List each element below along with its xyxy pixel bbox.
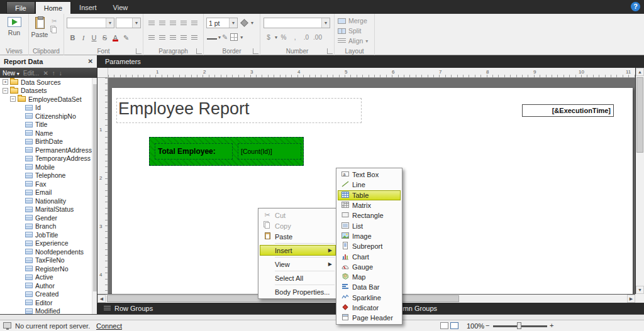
menu-item-insert[interactable]: Insert ▶ xyxy=(260,245,336,256)
submenu-item-page-header[interactable]: Page Header xyxy=(338,313,401,323)
tree-field-experience[interactable]: Experience xyxy=(0,239,92,248)
align-middle-icon[interactable] xyxy=(157,33,167,41)
highlight-color-button[interactable]: ✎ xyxy=(121,33,131,43)
tree-field-telephone[interactable]: Telephone xyxy=(0,171,92,180)
align-button[interactable]: Align ▾ xyxy=(335,36,374,46)
chevron-down-icon[interactable]: ▾ xyxy=(251,20,253,26)
font-dialog-launcher-icon[interactable] xyxy=(136,48,142,54)
tree-field-maritalstatus[interactable]: MaritalStatus xyxy=(0,205,92,214)
tree-field-taxfileno[interactable]: TaxFileNo xyxy=(0,256,92,265)
percent-button[interactable]: % xyxy=(279,32,289,42)
column-groups-header[interactable]: Column Groups xyxy=(372,303,644,314)
font-color-button[interactable]: A xyxy=(111,33,120,43)
zoom-out-icon[interactable]: − xyxy=(486,322,489,329)
tab-insert[interactable]: Insert xyxy=(71,1,105,14)
menu-item-cut[interactable]: ✂ Cut xyxy=(260,210,336,220)
cut-icon[interactable]: ✂ xyxy=(52,18,57,24)
menu-item-select-all[interactable]: Select All xyxy=(260,273,336,283)
collapse-icon[interactable]: − xyxy=(10,96,16,102)
font-size-combo[interactable]: ▾ xyxy=(116,18,141,28)
submenu-item-indicator[interactable]: Indicator xyxy=(338,303,401,313)
increase-indent-icon[interactable] xyxy=(189,33,199,41)
tree-node-datasets[interactable]: − Datasets xyxy=(0,87,92,95)
border-color-icon[interactable]: ✎ xyxy=(222,33,228,41)
tree-field-registerno[interactable]: RegisterNo xyxy=(0,264,92,273)
bold-button[interactable]: B xyxy=(68,33,77,43)
justify-icon[interactable] xyxy=(179,18,188,27)
scrollbar-thumb[interactable] xyxy=(93,84,97,291)
connect-link[interactable]: Connect xyxy=(96,322,122,330)
tree-field-gender[interactable]: Gender xyxy=(0,214,92,222)
number-dialog-launcher-icon[interactable] xyxy=(327,48,333,54)
design-view-icon[interactable] xyxy=(440,322,448,329)
run-view-icon[interactable] xyxy=(450,322,458,329)
zoom-slider-thumb[interactable] xyxy=(517,322,521,329)
tree-scrollbar[interactable]: ▼ xyxy=(92,78,97,320)
align-bottom-icon[interactable] xyxy=(168,33,177,41)
selected-rectangle[interactable]: Total Employee: [Count(Id)] xyxy=(149,137,304,166)
scroll-down-icon[interactable]: ▼ xyxy=(636,286,644,294)
underline-button[interactable]: U xyxy=(89,33,99,43)
close-icon[interactable]: ✕ xyxy=(88,58,93,65)
menu-item-paste[interactable]: Paste xyxy=(260,231,336,242)
count-expression-textbox[interactable]: [Count(Id)] xyxy=(238,143,301,160)
comma-button[interactable]: , xyxy=(290,32,300,42)
tree-field-editor[interactable]: Editor xyxy=(0,298,92,307)
tree-field-noofdependents[interactable]: Noofdependents xyxy=(0,247,92,256)
zoom-in-icon[interactable]: + xyxy=(550,322,553,329)
scroll-right-icon[interactable]: ▶ xyxy=(627,295,635,303)
tree-field-citizenshipno[interactable]: CitizenshipNo xyxy=(0,112,92,121)
submenu-item-sparkline[interactable]: Sparkline xyxy=(338,293,401,303)
total-employee-textbox[interactable]: Total Employee: xyxy=(155,143,233,160)
tree-field-nationality[interactable]: Nationality xyxy=(0,197,92,205)
tree-field-birthdate[interactable]: BirthDate xyxy=(0,138,92,146)
submenu-item-table[interactable]: Table xyxy=(338,190,401,200)
delete-icon[interactable]: ✕ xyxy=(43,70,48,77)
tab-home[interactable]: Home xyxy=(35,1,71,14)
tab-view[interactable]: View xyxy=(105,1,136,14)
menu-item-copy[interactable]: Copy xyxy=(260,220,336,231)
tree-field-email[interactable]: Email xyxy=(0,188,92,197)
expand-icon[interactable]: + xyxy=(3,79,8,85)
edit-button[interactable]: Edit... xyxy=(23,70,40,77)
move-up-icon[interactable]: ↑ xyxy=(52,70,55,77)
row-groups-header[interactable]: Row Groups xyxy=(97,303,369,314)
merge-button[interactable]: Merge xyxy=(335,16,374,26)
vertical-scrollbar[interactable]: ▲ ▼ xyxy=(635,68,644,294)
run-button[interactable]: Run xyxy=(0,14,28,46)
tree-node-data-sources[interactable]: + Data Sources xyxy=(0,78,92,87)
chevron-down-icon[interactable]: ▾ xyxy=(229,18,237,28)
move-down-icon[interactable]: ↓ xyxy=(59,70,62,77)
chevron-down-icon[interactable]: ▾ xyxy=(275,35,277,40)
parameters-pane-header[interactable]: Parameters xyxy=(97,55,644,68)
tree-field-author[interactable]: Author xyxy=(0,281,92,290)
report-title-textbox[interactable]: Employee Report xyxy=(116,98,362,123)
submenu-item-data-bar[interactable]: Data Bar xyxy=(338,282,401,292)
align-center-icon[interactable] xyxy=(157,18,167,27)
align-right-icon[interactable] xyxy=(168,18,177,27)
submenu-item-chart[interactable]: Chart xyxy=(338,251,401,261)
tree-field-fax[interactable]: Fax xyxy=(0,180,92,188)
tree-field-jobtitle[interactable]: JobTitle xyxy=(0,231,92,239)
strikethrough-button[interactable]: S xyxy=(100,33,109,43)
submenu-item-gauge[interactable]: Gauge xyxy=(338,262,401,272)
submenu-item-matrix[interactable]: Matrix xyxy=(338,200,401,210)
tree-field-mobile[interactable]: Mobile xyxy=(0,163,92,171)
font-family-combo[interactable]: ▾ xyxy=(67,18,114,28)
submenu-item-rectangle[interactable]: Rectangle xyxy=(338,210,401,220)
increase-decimal-button[interactable]: .00 xyxy=(313,32,323,42)
paragraph-dialog-launcher-icon[interactable] xyxy=(196,48,202,54)
collapse-icon[interactable]: − xyxy=(3,88,8,94)
help-icon[interactable]: ? xyxy=(631,2,640,11)
submenu-item-list[interactable]: List xyxy=(338,220,401,231)
chevron-down-icon[interactable]: ▾ xyxy=(132,18,140,28)
borders-icon[interactable] xyxy=(230,33,238,41)
paste-button[interactable]: Paste xyxy=(29,14,50,46)
italic-button[interactable]: I xyxy=(79,33,88,43)
chevron-down-icon[interactable]: ▾ xyxy=(240,35,243,40)
bullet-list-icon[interactable] xyxy=(189,18,199,27)
scroll-up-icon[interactable]: ▲ xyxy=(636,68,644,76)
copy-icon[interactable] xyxy=(52,27,57,33)
tree-field-branch[interactable]: Branch xyxy=(0,222,92,231)
scroll-left-icon[interactable]: ◀ xyxy=(97,295,106,303)
